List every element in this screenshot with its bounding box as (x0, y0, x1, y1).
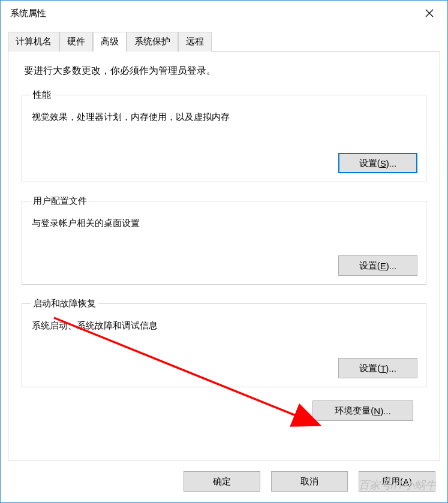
cancel-button[interactable]: 取消 (271, 471, 348, 492)
system-properties-window: 系统属性 计算机名 硬件 高级 系统保护 远程 要进行大多数更改，你必须作为管理… (0, 0, 448, 503)
window-title: 系统属性 (10, 8, 46, 19)
tab-hardware[interactable]: 硬件 (59, 32, 93, 52)
performance-legend: 性能 (31, 89, 53, 101)
startup-group: 启动和故障恢复 系统启动、系统故障和调试信息 设置(T)... (22, 298, 426, 387)
advanced-panel: 要进行大多数更改，你必须作为管理员登录。 性能 视觉效果，处理器计划，内存使用，… (8, 51, 440, 460)
tab-remote[interactable]: 远程 (178, 32, 212, 52)
user-profile-legend: 用户配置文件 (31, 195, 89, 207)
title-bar: 系统属性 (1, 1, 447, 26)
content-area: 计算机名 硬件 高级 系统保护 远程 要进行大多数更改，你必须作为管理员登录。 … (1, 26, 447, 460)
user-profile-settings-button[interactable]: 设置(E)... (338, 255, 417, 276)
environment-variables-button[interactable]: 环境变量(N)... (312, 400, 413, 421)
tab-advanced[interactable]: 高级 (93, 32, 127, 52)
user-profile-description: 与登录帐户相关的桌面设置 (31, 214, 417, 229)
startup-legend: 启动和故障恢复 (31, 298, 98, 309)
performance-settings-button[interactable]: 设置(S)... (338, 153, 417, 173)
ok-button[interactable]: 确定 (184, 471, 260, 492)
apply-button[interactable]: 应用(A) (359, 471, 435, 492)
tab-strip: 计算机名 硬件 高级 系统保护 远程 (8, 32, 440, 51)
close-button[interactable] (411, 1, 447, 26)
close-icon (425, 9, 434, 17)
startup-description: 系统启动、系统故障和调试信息 (31, 317, 417, 332)
tab-system-protection[interactable]: 系统保护 (127, 32, 178, 52)
admin-notice: 要进行大多数更改，你必须作为管理员登录。 (22, 65, 426, 77)
user-profile-group: 用户配置文件 与登录帐户相关的桌面设置 设置(E)... (22, 195, 426, 285)
startup-settings-button[interactable]: 设置(T)... (338, 358, 417, 378)
tab-computer-name[interactable]: 计算机名 (8, 32, 59, 52)
dialog-button-row: 确定 取消 应用(A) (1, 460, 447, 502)
performance-group: 性能 视觉效果，处理器计划，内存使用，以及虚拟内存 设置(S)... (22, 89, 426, 182)
performance-description: 视觉效果，处理器计划，内存使用，以及虚拟内存 (31, 108, 417, 123)
env-row: 环境变量(N)... (22, 400, 426, 421)
